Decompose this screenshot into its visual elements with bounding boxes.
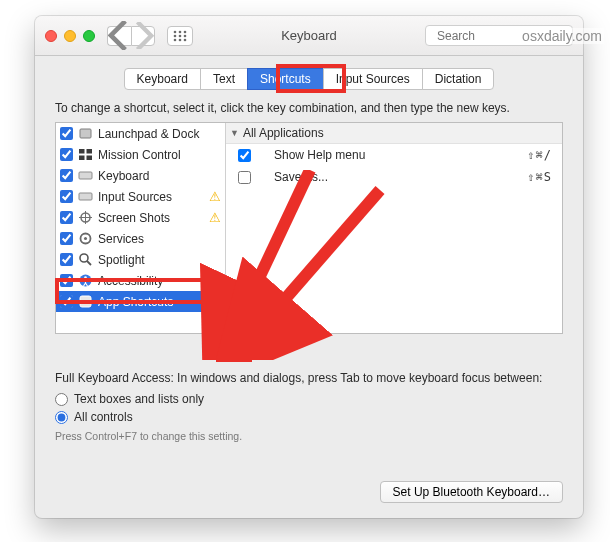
svg-point-27 [84,276,87,279]
spotlight-icon [78,252,93,267]
category-label: Input Sources [98,190,172,204]
fka-heading: Full Keyboard Access: In windows and dia… [55,371,563,385]
preferences-window: Keyboard Keyboard Text Shortcuts Input S… [35,16,583,518]
svg-point-0 [174,30,177,33]
category-row[interactable]: Input Sources⚠︎ [56,186,225,207]
remove-button[interactable]: − [249,333,273,353]
show-all-button[interactable] [167,26,193,46]
svg-rect-14 [87,149,93,154]
tab-dictation[interactable]: Dictation [422,68,495,90]
content: To change a shortcut, select it, click t… [35,90,583,456]
tab-input-sources[interactable]: Input Sources [323,68,423,90]
back-button[interactable] [107,26,131,46]
svg-point-23 [84,237,87,240]
category-checkbox[interactable] [60,274,73,287]
shortcut-label: Show Help menu [256,148,527,162]
svg-point-24 [80,254,88,262]
shortcut-list[interactable]: ▼All Applications Show Help menu ⇧⌘/ Sav… [226,123,562,333]
svg-point-4 [179,34,182,37]
zoom-icon[interactable] [83,30,95,42]
category-label: Spotlight [98,253,145,267]
category-label: App Shortcuts [98,295,173,309]
category-checkbox[interactable] [60,190,73,203]
category-row[interactable]: Accessibility [56,270,225,291]
category-label: Services [98,232,144,246]
svg-point-5 [184,34,187,37]
services-icon [78,231,93,246]
shortcut-row[interactable]: Show Help menu ⇧⌘/ [226,144,562,166]
disclosure-triangle-icon[interactable]: ▼ [230,128,239,138]
launchpad-icon [78,126,93,141]
add-remove-bar: + − [225,333,563,353]
shortcut-label: Save As... [256,170,527,184]
category-checkbox[interactable] [60,169,73,182]
minimize-icon[interactable] [64,30,76,42]
shortcut-checkbox[interactable] [238,171,251,184]
tab-text[interactable]: Text [200,68,248,90]
svg-rect-16 [87,156,93,161]
lists: Launchpad & Dock Mission Control Keyboar… [55,122,563,334]
category-checkbox[interactable] [60,232,73,245]
tab-shortcuts[interactable]: Shortcuts [247,68,324,90]
category-list[interactable]: Launchpad & Dock Mission Control Keyboar… [56,123,226,333]
radio-all[interactable] [55,411,68,424]
watermark: osxdaily.com [520,28,604,44]
shortcut-keys[interactable]: ⇧⌘/ [527,148,552,162]
group-header[interactable]: ▼All Applications [226,123,562,144]
radio-label: Text boxes and lists only [74,392,204,406]
app-shortcuts-icon [78,294,93,309]
svg-rect-17 [79,172,92,179]
shortcut-checkbox[interactable] [238,149,251,162]
svg-rect-28 [80,296,91,307]
svg-point-6 [174,38,177,41]
warning-icon: ⚠︎ [209,189,221,204]
svg-rect-11 [80,129,91,138]
intro-text: To change a shortcut, select it, click t… [55,101,563,115]
svg-rect-15 [79,156,85,161]
fka-option-all[interactable]: All controls [55,408,563,426]
add-button[interactable]: + [225,333,249,353]
bluetooth-keyboard-button[interactable]: Set Up Bluetooth Keyboard… [380,481,563,503]
category-row[interactable]: Services [56,228,225,249]
nav-buttons [107,26,155,46]
category-row-app-shortcuts[interactable]: App Shortcuts [56,291,225,312]
svg-point-8 [184,38,187,41]
tab-keyboard[interactable]: Keyboard [124,68,201,90]
category-checkbox[interactable] [60,295,73,308]
keyboard-icon [78,168,93,183]
svg-rect-18 [79,193,92,200]
svg-line-25 [87,261,91,265]
category-row[interactable]: Launchpad & Dock [56,123,225,144]
category-label: Mission Control [98,148,181,162]
category-row[interactable]: Mission Control [56,144,225,165]
category-row[interactable]: Keyboard [56,165,225,186]
fka-hint: Press Control+F7 to change this setting. [55,430,563,442]
tabs: Keyboard Text Shortcuts Input Sources Di… [35,68,583,90]
forward-button[interactable] [131,26,155,46]
svg-point-3 [174,34,177,37]
svg-point-1 [179,30,182,33]
category-checkbox[interactable] [60,148,73,161]
radio-textboxes[interactable] [55,393,68,406]
warning-icon: ⚠︎ [209,210,221,225]
traffic-lights [45,30,95,42]
mission-control-icon [78,147,93,162]
category-row[interactable]: Screen Shots⚠︎ [56,207,225,228]
category-checkbox[interactable] [60,211,73,224]
close-icon[interactable] [45,30,57,42]
category-checkbox[interactable] [60,127,73,140]
category-label: Accessibility [98,274,163,288]
screenshot-icon [78,210,93,225]
fka-option-textboxes[interactable]: Text boxes and lists only [55,390,563,408]
shortcut-row[interactable]: Save As... ⇧⌘S [226,166,562,188]
category-checkbox[interactable] [60,253,73,266]
shortcut-keys[interactable]: ⇧⌘S [527,170,552,184]
group-label: All Applications [243,126,324,140]
svg-rect-13 [79,149,85,154]
radio-label: All controls [74,410,133,424]
category-row[interactable]: Spotlight [56,249,225,270]
accessibility-icon [78,273,93,288]
full-keyboard-access: Full Keyboard Access: In windows and dia… [55,371,563,442]
category-label: Keyboard [98,169,149,183]
category-label: Launchpad & Dock [98,127,199,141]
